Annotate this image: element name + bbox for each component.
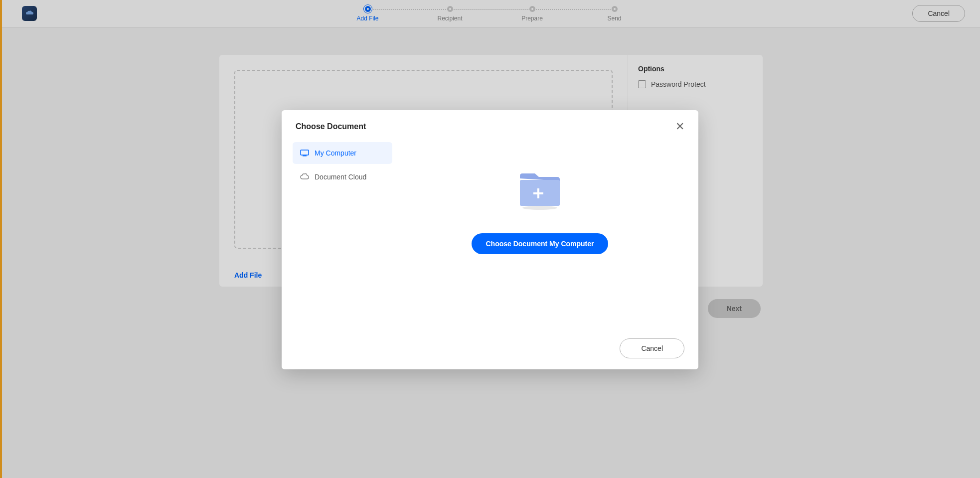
modal-title: Choose Document bbox=[296, 122, 366, 131]
source-label: Document Cloud bbox=[315, 173, 366, 181]
step-add-file: Add File bbox=[327, 6, 409, 22]
options-title: Options bbox=[638, 65, 753, 73]
svg-rect-4 bbox=[533, 192, 543, 194]
step-label: Send bbox=[607, 15, 621, 22]
source-my-computer[interactable]: My Computer bbox=[293, 142, 392, 164]
option-label: Password Protect bbox=[651, 80, 706, 88]
close-icon[interactable]: ✕ bbox=[675, 121, 684, 132]
step-indicator-icon bbox=[612, 6, 618, 12]
step-indicator-icon bbox=[365, 6, 371, 12]
app-logo-icon bbox=[22, 6, 37, 21]
step-prepare: Prepare bbox=[491, 6, 573, 22]
next-button[interactable]: Next bbox=[708, 299, 761, 318]
modal-main: Choose Document My Computer bbox=[392, 141, 687, 327]
source-label: My Computer bbox=[315, 149, 356, 157]
cloud-icon bbox=[300, 172, 310, 182]
step-recipient: Recipient bbox=[409, 6, 491, 22]
modal-body: My Computer Document Cloud Choose Docum bbox=[282, 141, 698, 327]
choose-document-modal: Choose Document ✕ My Computer Document C… bbox=[282, 110, 698, 369]
footer-actions: Next bbox=[708, 299, 761, 318]
svg-rect-1 bbox=[303, 156, 307, 157]
folder-plus-icon bbox=[515, 171, 565, 211]
step-label: Recipient bbox=[437, 15, 462, 22]
step-label: Add File bbox=[356, 15, 378, 22]
top-bar: Add File Recipient Prepare Send Cancel bbox=[2, 0, 980, 27]
modal-cancel-button[interactable]: Cancel bbox=[620, 338, 684, 358]
modal-footer: Cancel bbox=[282, 327, 698, 369]
modal-sidebar: My Computer Document Cloud bbox=[293, 141, 392, 327]
password-protect-option[interactable]: Password Protect bbox=[638, 80, 753, 88]
progress-steps: Add File Recipient Prepare Send bbox=[327, 6, 655, 22]
source-document-cloud[interactable]: Document Cloud bbox=[293, 166, 392, 188]
step-send: Send bbox=[573, 6, 655, 22]
step-label: Prepare bbox=[521, 15, 543, 22]
modal-header: Choose Document ✕ bbox=[282, 110, 698, 141]
svg-point-5 bbox=[522, 206, 557, 210]
sidebar-accent bbox=[0, 0, 2, 478]
computer-icon bbox=[300, 148, 310, 158]
checkbox-icon[interactable] bbox=[638, 80, 646, 88]
choose-document-button[interactable]: Choose Document My Computer bbox=[472, 233, 608, 254]
cancel-button[interactable]: Cancel bbox=[912, 5, 965, 22]
svg-rect-0 bbox=[301, 150, 309, 155]
step-indicator-icon bbox=[447, 6, 453, 12]
step-indicator-icon bbox=[529, 6, 535, 12]
